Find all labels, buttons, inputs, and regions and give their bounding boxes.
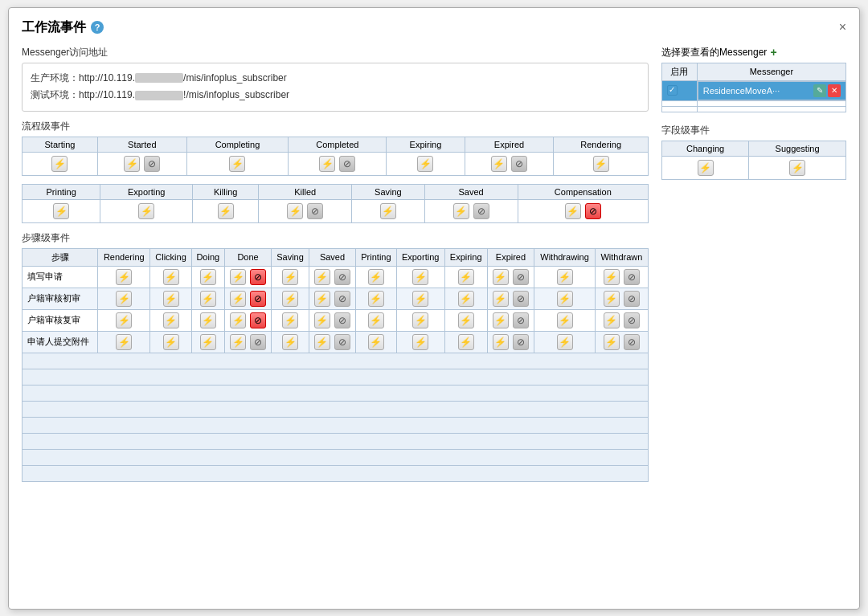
sb[interactable]: ⊘ [624, 291, 640, 307]
lb[interactable]: ⚡ [314, 334, 330, 350]
rb[interactable]: ⊘ [250, 291, 266, 307]
lb[interactable]: ⚡ [557, 312, 573, 328]
table-row [23, 385, 649, 401]
lb[interactable]: ⚡ [368, 312, 384, 328]
empty [662, 106, 698, 112]
stop-btn-expired[interactable]: ⊘ [511, 156, 527, 172]
lb[interactable]: ⚡ [557, 269, 573, 285]
lb[interactable]: ⚡ [368, 291, 384, 307]
lb[interactable]: ⚡ [282, 269, 298, 285]
step-col-saving: Saving [272, 248, 309, 266]
checkbox-checked-icon[interactable] [667, 85, 678, 96]
close-button[interactable]: × [839, 21, 846, 34]
lightning-btn-killed[interactable]: ⚡ [287, 203, 303, 219]
lb[interactable]: ⚡ [368, 334, 384, 350]
lightning-btn-saved[interactable]: ⚡ [453, 203, 469, 219]
lb[interactable]: ⚡ [230, 334, 246, 350]
help-icon[interactable]: ? [91, 21, 104, 34]
rb[interactable]: ⊘ [250, 269, 266, 285]
lightning-btn-completed[interactable]: ⚡ [319, 156, 335, 172]
lb[interactable]: ⚡ [230, 312, 246, 328]
lb[interactable]: ⚡ [163, 334, 179, 350]
lb[interactable]: ⚡ [412, 291, 428, 307]
lightning-btn-expired[interactable]: ⚡ [491, 156, 507, 172]
lb[interactable]: ⚡ [493, 334, 509, 350]
lb[interactable]: ⚡ [314, 312, 330, 328]
lb[interactable]: ⚡ [604, 334, 620, 350]
sb[interactable]: ⊘ [513, 312, 529, 328]
sb[interactable]: ⊘ [624, 269, 640, 285]
lb[interactable]: ⚡ [412, 269, 428, 285]
step-1-rendering: ⚡ [98, 266, 150, 288]
lightning-btn-saving[interactable]: ⚡ [380, 203, 396, 219]
lb[interactable]: ⚡ [116, 291, 132, 307]
sb[interactable]: ⊘ [513, 334, 529, 350]
test-env-line: 测试环境：http://10.119.!/mis/infoplus_subscr… [31, 87, 640, 104]
lb[interactable]: ⚡ [116, 334, 132, 350]
lightning-btn-suggesting[interactable]: ⚡ [789, 160, 805, 176]
rb[interactable]: ⊘ [250, 312, 266, 328]
sb[interactable]: ⊘ [250, 334, 266, 350]
lb[interactable]: ⚡ [230, 269, 246, 285]
stop-btn-killed[interactable]: ⊘ [307, 203, 323, 219]
sb[interactable]: ⊘ [513, 291, 529, 307]
lb[interactable]: ⚡ [200, 334, 216, 350]
lb[interactable]: ⚡ [163, 312, 179, 328]
lb[interactable]: ⚡ [116, 312, 132, 328]
lightning-btn-compensation[interactable]: ⚡ [565, 203, 581, 219]
lb[interactable]: ⚡ [200, 291, 216, 307]
lb[interactable]: ⚡ [282, 334, 298, 350]
lightning-btn-expiring[interactable]: ⚡ [417, 156, 433, 172]
lb[interactable]: ⚡ [282, 291, 298, 307]
field-suggesting-cell: ⚡ [749, 156, 846, 179]
list-item[interactable]: ResidenceMoveA··· ✎ ✕ [662, 80, 846, 100]
lb[interactable]: ⚡ [314, 269, 330, 285]
lb[interactable]: ⚡ [163, 291, 179, 307]
lb[interactable]: ⚡ [368, 269, 384, 285]
lb[interactable]: ⚡ [458, 312, 474, 328]
lightning-btn-killing[interactable]: ⚡ [218, 203, 234, 219]
lb[interactable]: ⚡ [604, 269, 620, 285]
stop-btn-completed[interactable]: ⊘ [339, 156, 355, 172]
lb[interactable]: ⚡ [200, 269, 216, 285]
lb[interactable]: ⚡ [493, 291, 509, 307]
lightning-btn-started-1[interactable]: ⚡ [124, 156, 140, 172]
lightning-btn-completing[interactable]: ⚡ [229, 156, 245, 172]
lb[interactable]: ⚡ [557, 291, 573, 307]
red-stop-btn-compensation[interactable]: ⊘ [585, 203, 601, 219]
edit-messenger-icon[interactable]: ✎ [813, 84, 826, 97]
lb[interactable]: ⚡ [282, 312, 298, 328]
lightning-btn-changing[interactable]: ⚡ [698, 160, 714, 176]
lb[interactable]: ⚡ [163, 269, 179, 285]
sb[interactable]: ⊘ [513, 269, 529, 285]
lightning-btn-rendering[interactable]: ⚡ [593, 156, 609, 172]
lb[interactable]: ⚡ [230, 291, 246, 307]
lightning-btn-printing[interactable]: ⚡ [53, 203, 69, 219]
sb[interactable]: ⊘ [334, 291, 350, 307]
lb[interactable]: ⚡ [557, 334, 573, 350]
add-messenger-button[interactable]: + [770, 46, 776, 59]
lightning-btn-starting[interactable]: ⚡ [51, 156, 68, 172]
stop-btn-started[interactable]: ⊘ [144, 156, 160, 172]
lb[interactable]: ⚡ [314, 291, 330, 307]
lb[interactable]: ⚡ [604, 312, 620, 328]
lb[interactable]: ⚡ [493, 312, 509, 328]
lb[interactable]: ⚡ [458, 269, 474, 285]
lb[interactable]: ⚡ [116, 269, 132, 285]
lb[interactable]: ⚡ [412, 334, 428, 350]
lb[interactable]: ⚡ [493, 269, 509, 285]
sb[interactable]: ⊘ [334, 269, 350, 285]
lb[interactable]: ⚡ [458, 334, 474, 350]
sb[interactable]: ⊘ [334, 334, 350, 350]
sb[interactable]: ⊘ [624, 334, 640, 350]
col-killed: Killed [259, 184, 352, 199]
sb[interactable]: ⊘ [334, 312, 350, 328]
lb[interactable]: ⚡ [412, 312, 428, 328]
lb[interactable]: ⚡ [458, 291, 474, 307]
sb[interactable]: ⊘ [624, 312, 640, 328]
lb[interactable]: ⚡ [604, 291, 620, 307]
delete-messenger-icon[interactable]: ✕ [828, 84, 841, 97]
lightning-btn-exporting[interactable]: ⚡ [138, 203, 154, 219]
stop-btn-saved[interactable]: ⊘ [473, 203, 489, 219]
lb[interactable]: ⚡ [200, 312, 216, 328]
